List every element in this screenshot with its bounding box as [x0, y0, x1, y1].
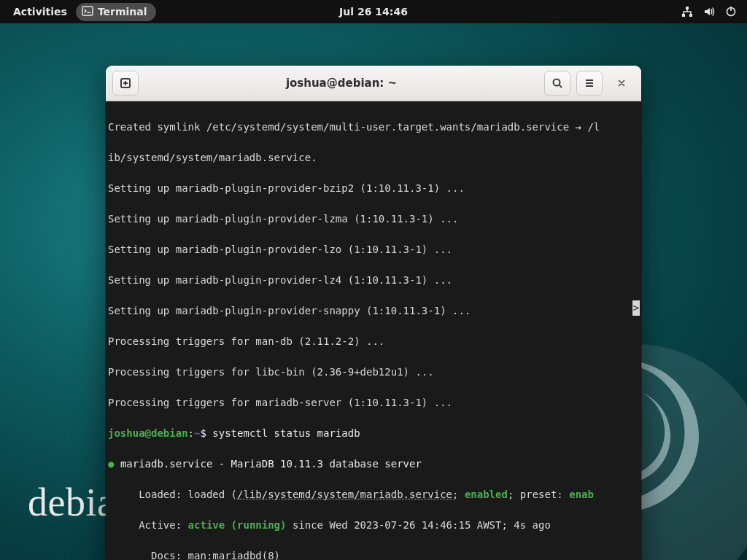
gnome-topbar: Activities Terminal Jul 26 14:46: [0, 0, 747, 23]
svg-rect-2: [682, 14, 685, 17]
svg-rect-3: [689, 14, 692, 17]
clock[interactable]: Jul 26 14:46: [339, 6, 408, 18]
line-overflow-indicator: >: [632, 300, 640, 316]
prompt-line: joshua@debian:~$ systemctl status mariad…: [106, 426, 641, 441]
terminal-icon: [82, 5, 93, 19]
status-active: Active: active (running) since Wed 2023-…: [106, 518, 641, 533]
output-line: Setting up mariadb-plugin-provider-snapp…: [106, 303, 641, 319]
search-button[interactable]: [544, 71, 570, 96]
svg-point-7: [554, 79, 560, 86]
activities-button[interactable]: Activities: [9, 3, 71, 20]
svg-rect-1: [686, 7, 689, 9]
app-menu-label: Terminal: [98, 6, 147, 18]
command-text: systemctl status mariadb: [212, 427, 360, 439]
hamburger-menu-button[interactable]: [576, 71, 603, 96]
output-line: Setting up mariadb-plugin-provider-lzo (…: [106, 242, 641, 257]
output-line: Processing triggers for man-db (2.11.2-2…: [106, 334, 641, 349]
window-titlebar[interactable]: joshua@debian: ~: [106, 66, 641, 101]
output-line: ib/systemd/system/mariadb.service.: [106, 150, 641, 166]
volume-icon[interactable]: [703, 6, 715, 18]
window-title: joshua@debian: ~: [144, 77, 538, 90]
terminal-output[interactable]: Created symlink /etc/systemd/system/mult…: [106, 101, 641, 560]
prompt-userhost: joshua@debian: [108, 427, 188, 439]
status-header: ● mariadb.service - MariaDB 10.11.3 data…: [106, 456, 641, 472]
network-icon[interactable]: [681, 6, 693, 18]
app-menu-button[interactable]: Terminal: [76, 3, 156, 21]
output-line: Setting up mariadb-plugin-provider-lz4 (…: [106, 273, 641, 288]
new-tab-button[interactable]: [112, 71, 139, 96]
terminal-window: joshua@debian: ~ Created symlink /etc/sy…: [106, 66, 641, 560]
power-icon[interactable]: [725, 6, 737, 18]
output-line: Processing triggers for mariadb-server (…: [106, 395, 641, 411]
output-line: Setting up mariadb-plugin-provider-bzip2…: [106, 181, 641, 196]
status-loaded: Loaded: loaded (/lib/systemd/system/mari…: [106, 487, 641, 502]
close-button[interactable]: [608, 71, 635, 96]
output-line: Setting up mariadb-plugin-provider-lzma …: [106, 211, 641, 227]
output-line: Created symlink /etc/systemd/system/mult…: [106, 120, 641, 135]
status-docs: Docs: man:mariadbd(8): [106, 548, 641, 560]
svg-rect-5: [730, 7, 732, 11]
svg-rect-0: [82, 7, 93, 15]
output-line: Processing triggers for libc-bin (2.36-9…: [106, 365, 641, 380]
